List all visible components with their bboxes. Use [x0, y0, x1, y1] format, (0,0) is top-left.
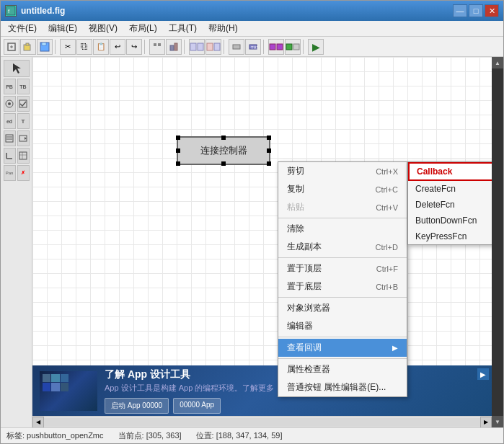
- ctx-normal-btn[interactable]: 普通按钮 属性编辑器(E)...: [278, 378, 407, 396]
- minimize-button[interactable]: —: [453, 4, 467, 17]
- ctx-duplicate[interactable]: 生成副本 Ctrl+D: [278, 238, 407, 256]
- text-tool[interactable]: T: [17, 113, 30, 129]
- sidebar: PB TB ed T: [1, 57, 32, 427]
- main-area: PB TB ed T: [1, 57, 503, 427]
- redo-btn[interactable]: ↪: [126, 39, 142, 55]
- ad-close-btn[interactable]: ▶: [477, 368, 489, 380]
- svg-rect-6: [26, 43, 29, 45]
- close-button[interactable]: ✕: [485, 4, 499, 17]
- ctx-sep4: [278, 337, 407, 337]
- tb9[interactable]: [285, 39, 301, 55]
- menu-file[interactable]: 文件(E): [2, 21, 43, 36]
- svg-point-26: [8, 102, 11, 105]
- tb5[interactable]: [205, 39, 221, 55]
- axes-tool[interactable]: [4, 148, 16, 164]
- copy-btn[interactable]: ⿻: [76, 39, 92, 55]
- handle-bl[interactable]: [176, 161, 180, 166]
- tb6[interactable]: [229, 39, 244, 55]
- ctx-to-top[interactable]: 置于顶层 Ctrl+F: [278, 259, 407, 278]
- sep1: [55, 40, 58, 54]
- scroll-down-btn[interactable]: ▼: [492, 416, 503, 427]
- canvas[interactable]: 连接控制器 剪切 Ctrl+X 复制 Ctrl+C 粘贴 Ctrl+V: [32, 57, 492, 416]
- app-icon: f: [5, 5, 17, 17]
- ad-btn-app[interactable]: 00000 App: [173, 398, 221, 414]
- component-box[interactable]: 连接控制器: [177, 136, 270, 165]
- handle-ml[interactable]: [176, 148, 180, 153]
- svg-rect-13: [190, 43, 196, 50]
- status-current-point: 当前点: [305, 363]: [118, 430, 182, 441]
- submenu-createfcn[interactable]: CreateFcn: [408, 181, 492, 197]
- select-tool[interactable]: [4, 60, 30, 77]
- table-tool[interactable]: [17, 148, 30, 164]
- ctx-delete[interactable]: 清除: [278, 220, 407, 238]
- bottom-scrollbar[interactable]: ◀ ▶: [32, 416, 492, 427]
- maximize-button[interactable]: □: [469, 4, 483, 17]
- ctx-view-callback[interactable]: 查看回调 ▶: [278, 339, 407, 357]
- save-btn[interactable]: [37, 39, 53, 55]
- pushbutton-tool[interactable]: PB: [4, 79, 16, 94]
- ctx-paste[interactable]: 粘贴 Ctrl+V: [278, 198, 407, 216]
- toolbar: ✂ ⿻ 📋 ↩ ↪: [1, 37, 503, 57]
- new-btn[interactable]: [4, 39, 19, 55]
- togglebutton-tool[interactable]: TB: [17, 79, 30, 94]
- submenu-deletefcn[interactable]: DeleteFcn: [408, 197, 492, 213]
- status-position: 位置: [188, 347, 134, 59]: [196, 430, 283, 441]
- submenu-keypressfcn[interactable]: KeyPressFcn: [408, 228, 492, 244]
- handle-tm[interactable]: [221, 136, 226, 140]
- undo-btn[interactable]: ↩: [110, 39, 125, 55]
- ad-btn-launch[interactable]: 启动 App 00000: [105, 398, 169, 414]
- ctx-cut[interactable]: 剪切 Ctrl+X: [278, 162, 407, 180]
- sidebar-row3: ed T: [4, 113, 30, 129]
- ctx-copy[interactable]: 复制 Ctrl+C: [278, 180, 407, 198]
- submenu-callback[interactable]: Callback: [408, 162, 492, 181]
- svg-rect-14: [198, 43, 203, 50]
- menu-tools[interactable]: 工具(T): [163, 21, 203, 36]
- ctx-editor[interactable]: 编辑器: [278, 317, 407, 335]
- ctx-sep3: [278, 297, 407, 298]
- run-btn[interactable]: ▶: [308, 39, 324, 55]
- scroll-up-btn[interactable]: ▲: [492, 57, 503, 68]
- align-btn[interactable]: [149, 39, 165, 55]
- scroll-right-btn[interactable]: ▶: [480, 417, 492, 428]
- svg-rect-28: [6, 135, 13, 142]
- right-scroll-track[interactable]: [492, 68, 503, 416]
- handle-tl[interactable]: [176, 136, 180, 140]
- sidebar-row4: [4, 130, 30, 146]
- scroll-track-h[interactable]: [44, 418, 480, 427]
- panel-tool[interactable]: Pan: [4, 165, 16, 181]
- cut-btn[interactable]: ✂: [60, 39, 76, 55]
- scroll-left-btn[interactable]: ◀: [32, 417, 44, 428]
- radio-tool[interactable]: [4, 96, 16, 112]
- list-tool[interactable]: [4, 130, 16, 146]
- menu-view[interactable]: 视图(V): [83, 21, 123, 36]
- ctx-obj-browser[interactable]: 对象浏览器: [278, 299, 407, 317]
- menu-edit[interactable]: 编辑(E): [43, 21, 83, 36]
- menu-help[interactable]: 帮助(H): [203, 21, 244, 36]
- handle-bm[interactable]: [221, 161, 226, 166]
- ad-thumbnail: ▶: [40, 371, 97, 411]
- svg-rect-11: [170, 45, 174, 50]
- ctx-to-bottom[interactable]: 置于底层 Ctrl+B: [278, 278, 407, 296]
- svg-rect-22: [286, 44, 292, 50]
- handle-br[interactable]: [267, 161, 271, 166]
- popup-tool[interactable]: [17, 130, 30, 146]
- check-tool[interactable]: [17, 96, 30, 112]
- svg-rect-21: [277, 44, 283, 50]
- tb4[interactable]: [189, 39, 205, 55]
- edit-tool[interactable]: ed: [4, 113, 16, 129]
- group-tool[interactable]: ✗: [17, 165, 30, 181]
- tb7[interactable]: TXT: [245, 39, 261, 55]
- sidebar-row5: [4, 148, 30, 164]
- canvas-container: 连接控制器 剪切 Ctrl+X 复制 Ctrl+C 粘贴 Ctrl+V: [32, 57, 492, 427]
- paste-btn[interactable]: 📋: [93, 39, 109, 55]
- tb8[interactable]: [268, 39, 284, 55]
- handle-tr[interactable]: [267, 136, 271, 140]
- svg-rect-15: [207, 43, 213, 50]
- handle-mr[interactable]: [267, 148, 271, 153]
- open-btn[interactable]: [20, 39, 36, 55]
- ctx-prop-inspector[interactable]: 属性检查器: [278, 360, 407, 378]
- submenu-buttondownfcn[interactable]: ButtonDownFcn: [408, 213, 492, 228]
- svg-rect-16: [214, 43, 220, 50]
- menu-layout[interactable]: 布局(L): [123, 21, 163, 36]
- grid-btn[interactable]: [166, 39, 182, 55]
